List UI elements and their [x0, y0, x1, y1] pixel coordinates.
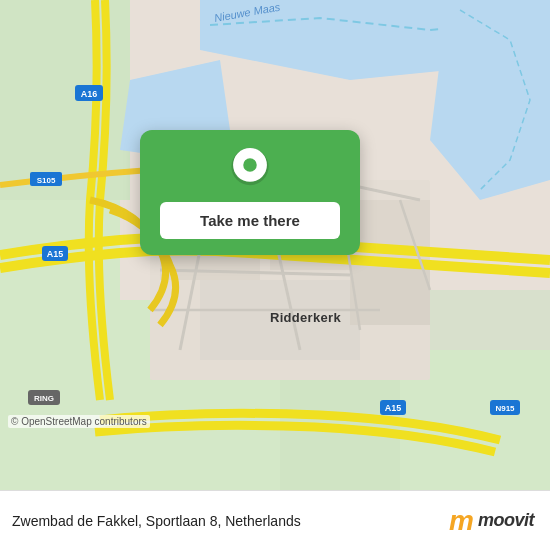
svg-rect-14 — [200, 280, 360, 360]
svg-text:A16: A16 — [81, 89, 98, 99]
map-container: A16 S105 S105 A15 A15 A15 RING N915 — [0, 0, 550, 490]
svg-point-45 — [243, 158, 257, 172]
svg-text:N915: N915 — [495, 404, 515, 413]
svg-text:A15: A15 — [385, 403, 402, 413]
svg-text:S105: S105 — [37, 176, 56, 185]
bottom-bar: Zwembad de Fakkel, Sportlaan 8, Netherla… — [0, 490, 550, 550]
moovit-wordmark: moovit — [478, 510, 534, 531]
svg-rect-16 — [350, 265, 430, 325]
svg-rect-5 — [0, 0, 130, 200]
take-me-there-button[interactable]: Take me there — [160, 202, 340, 239]
location-text: Zwembad de Fakkel, Sportlaan 8, Netherla… — [12, 513, 301, 529]
moovit-logo: m moovit — [449, 507, 534, 535]
svg-text:A15: A15 — [47, 249, 64, 259]
moovit-m-letter: m — [449, 507, 474, 535]
osm-credit: © OpenStreetMap contributors — [8, 415, 150, 428]
popup: Take me there — [140, 130, 360, 255]
svg-text:RING: RING — [34, 394, 54, 403]
location-pin-icon — [228, 148, 272, 192]
